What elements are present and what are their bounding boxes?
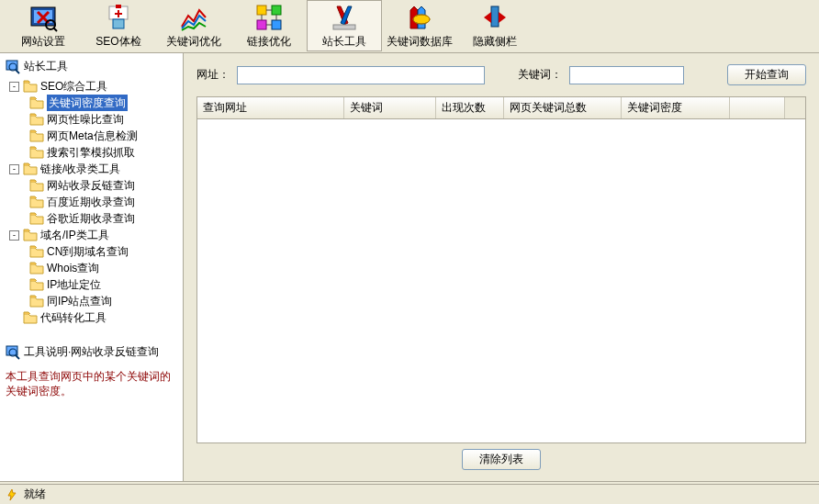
folder-icon <box>29 295 44 308</box>
tree-folder[interactable]: -链接/收录类工具 <box>2 161 181 177</box>
svg-rect-8 <box>113 19 124 28</box>
tree-item[interactable]: 谷歌近期收录查询 <box>2 210 181 227</box>
svg-rect-10 <box>272 6 281 15</box>
tree-label: CN到期域名查询 <box>47 243 129 260</box>
query-row: 网址： 关键词： 开始查询 <box>196 64 806 85</box>
toolbar-item-4[interactable]: 站长工具 <box>307 0 382 51</box>
folder-icon <box>29 146 44 159</box>
folder-icon <box>23 162 38 175</box>
tree-item[interactable]: 百度近期收录查询 <box>2 194 181 210</box>
svg-rect-13 <box>333 25 355 29</box>
svg-rect-11 <box>257 20 266 29</box>
table-body <box>197 119 805 442</box>
status-text: 就绪 <box>24 487 46 502</box>
tree-label: 链接/收录类工具 <box>40 161 120 177</box>
main-area: 站长工具 -SEO综合工具关键词密度查询网页性噪比查询网页Meta信息检测搜索引… <box>0 53 819 481</box>
tree-item[interactable]: CN到期域名查询 <box>2 243 181 260</box>
folder-icon <box>23 229 38 241</box>
tree-label: 代码转化工具 <box>40 309 107 326</box>
svg-rect-16 <box>491 6 499 27</box>
folder-icon <box>29 262 44 274</box>
tree-item[interactable]: 搜索引擎模拟抓取 <box>2 144 181 161</box>
toolbar-item-0[interactable]: 网站设置 <box>6 0 81 51</box>
svg-rect-9 <box>257 6 266 15</box>
tree-item[interactable]: 网站收录反链查询 <box>2 177 181 194</box>
toolbar-item-3[interactable]: 链接优化 <box>231 0 307 51</box>
toolbar-icon <box>28 3 58 32</box>
tree-expander[interactable]: - <box>9 164 19 174</box>
tree-label: 域名/IP类工具 <box>40 227 109 243</box>
toolbar-label: 关键词数据库 <box>387 34 453 50</box>
keyword-label: 关键词： <box>518 67 562 83</box>
svg-line-3 <box>53 28 57 31</box>
results-table: 查询网址关键词出现次数网页关键词总数关键词密度 <box>196 96 806 443</box>
tree-label: 网页Meta信息检测 <box>47 128 138 144</box>
folder-icon <box>29 113 44 126</box>
sidebar-title-label: 站长工具 <box>24 59 68 74</box>
toolbar-icon <box>254 3 284 32</box>
content-panel: 网址： 关键词： 开始查询 查询网址关键词出现次数网页关键词总数关键词密度 清除… <box>184 53 819 481</box>
table-header: 查询网址关键词出现次数网页关键词总数关键词密度 <box>197 97 805 119</box>
toolbar-icon <box>179 3 208 32</box>
toolbar-icon <box>405 3 434 32</box>
keyword-input[interactable] <box>569 66 684 84</box>
svg-rect-12 <box>272 20 281 29</box>
svg-marker-18 <box>499 12 506 23</box>
toolbar-label: 网站设置 <box>21 34 65 50</box>
tree-label: 关键词密度查询 <box>47 95 128 111</box>
tree-item[interactable]: IP地址定位 <box>2 276 181 293</box>
column-header[interactable]: 出现次数 <box>436 97 504 118</box>
toolbar-item-5[interactable]: 关键词数据库 <box>382 0 457 51</box>
url-input[interactable] <box>237 66 485 84</box>
folder-icon <box>23 311 38 324</box>
help-description: 本工具查询网页中的某个关键词的关键词密度。 <box>6 369 177 398</box>
tree-label: 网站收录反链查询 <box>47 177 135 194</box>
tree-item[interactable]: Whois查询 <box>2 260 181 276</box>
tree-folder[interactable]: 代码转化工具 <box>2 309 181 326</box>
help-title: 工具说明·网站收录反链查询 <box>6 344 177 360</box>
column-header[interactable]: 网页关键词总数 <box>504 97 622 118</box>
folder-icon <box>29 245 44 258</box>
svg-rect-7 <box>115 13 122 15</box>
toolbar-label: 隐藏侧栏 <box>473 34 517 50</box>
column-header[interactable] <box>730 97 785 118</box>
tree-item[interactable]: 同IP站点查询 <box>2 293 181 309</box>
toolbar-label: SEO体检 <box>95 34 140 50</box>
tree-label: 谷歌近期收录查询 <box>47 210 135 227</box>
svg-rect-5 <box>116 5 121 8</box>
svg-marker-25 <box>8 489 16 500</box>
main-toolbar: 网站设置SEO体检关键词优化链接优化站长工具关键词数据库隐藏侧栏 <box>0 0 819 53</box>
help-title-label: 工具说明·网站收录反链查询 <box>24 344 159 360</box>
magnifier-icon <box>6 60 20 74</box>
tree-item[interactable]: 网页性噪比查询 <box>2 111 181 128</box>
svg-marker-17 <box>484 12 491 23</box>
column-header[interactable]: 关键词密度 <box>622 97 730 118</box>
toolbar-label: 站长工具 <box>322 34 366 50</box>
toolbar-icon <box>480 3 510 32</box>
tree-label: SEO综合工具 <box>40 78 107 95</box>
query-button[interactable]: 开始查询 <box>727 64 806 85</box>
lightning-icon <box>6 488 18 501</box>
toolbar-icon <box>104 3 133 32</box>
folder-icon <box>29 212 44 225</box>
folder-icon <box>29 196 44 208</box>
tree-label: 网页性噪比查询 <box>47 111 124 128</box>
tree-folder[interactable]: -域名/IP类工具 <box>2 227 181 243</box>
tree-item[interactable]: 关键词密度查询 <box>2 95 181 111</box>
tree-expander[interactable]: - <box>9 82 19 92</box>
tree-label: 搜索引擎模拟抓取 <box>47 144 135 161</box>
tree-label: 百度近期收录查询 <box>47 194 135 210</box>
clear-button[interactable]: 清除列表 <box>462 449 541 470</box>
column-header[interactable]: 关键词 <box>344 97 436 118</box>
column-header[interactable]: 查询网址 <box>197 97 344 118</box>
status-bar: 就绪 <box>0 484 819 504</box>
tree-label: IP地址定位 <box>47 276 101 293</box>
folder-icon <box>29 278 44 291</box>
toolbar-item-2[interactable]: 关键词优化 <box>156 0 231 51</box>
tree-folder[interactable]: -SEO综合工具 <box>2 78 181 95</box>
toolbar-item-6[interactable]: 隐藏侧栏 <box>457 0 533 51</box>
svg-line-24 <box>16 355 19 359</box>
tree-expander[interactable]: - <box>9 230 19 241</box>
tree-item[interactable]: 网页Meta信息检测 <box>2 128 181 144</box>
toolbar-item-1[interactable]: SEO体检 <box>81 0 156 51</box>
